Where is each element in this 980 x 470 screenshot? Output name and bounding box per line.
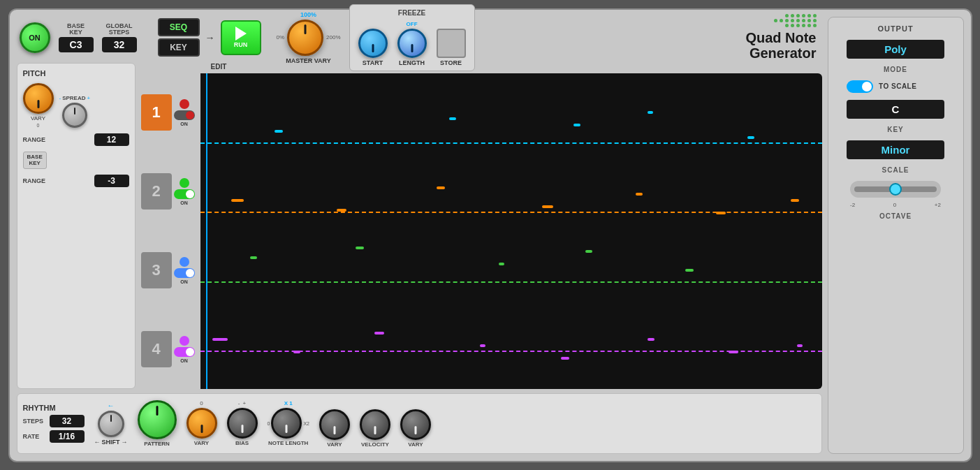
output-title: OUTPUT [877,24,913,33]
global-steps-display[interactable]: 32 [102,37,137,52]
note [648,338,654,341]
seq-content: 1 ON 2 [141,73,822,389]
note [374,332,384,335]
note [231,199,244,202]
freeze-box: FREEZE START OFF LENGTH STORE [349,4,475,71]
seq-arrow: → [205,32,215,43]
velocity-label: VELOCITY [361,441,389,448]
mode-label: MODE [884,66,907,73]
note [449,117,456,120]
ch2-toggle[interactable] [174,189,195,199]
spread-label-row: - SPREAD + [59,95,91,101]
octave-label: OCTAVE [879,212,912,220]
length-knob[interactable] [397,29,427,58]
channel-3-row: 3 ON [141,231,200,310]
spread-knob[interactable] [62,103,87,128]
channel-1-row: 1 ON [141,73,200,152]
bias-label: BIAS [235,440,249,446]
store-group: STORE [437,29,466,66]
velocity-knob[interactable] [360,409,390,440]
ch3-toggle-col: ON [174,257,195,284]
key-button[interactable]: KEY [158,38,200,57]
base-key-display[interactable]: C3 [59,37,94,52]
note [499,263,504,265]
channel-4-btn[interactable]: 4 [141,331,172,367]
brand-area: Quad NoteGenerator [745,14,819,61]
on-button[interactable]: ON [20,22,50,53]
ch3-toggle[interactable] [174,268,195,278]
freeze-label: FREEZE [398,9,425,17]
freeze-knobs: START OFF LENGTH STORE [358,21,466,66]
master-vary-group: 100% 0% 200% MASTER VARY [277,11,341,64]
global-steps-label: GLOBALSTEPS [106,23,133,36]
key-display[interactable]: C [847,100,944,119]
note [636,193,643,196]
note [797,344,803,347]
main-container: ON BASEKEY C3 GLOBALSTEPS 32 SEQ KEY → R… [8,8,972,462]
channel-2-row: 2 ON [141,152,200,231]
key-label: KEY [887,126,904,133]
steps-display[interactable]: 32 [50,415,85,427]
rate-row: RATE 1/16 [23,430,85,443]
pitch-top: VARY 0 - SPREAD + [23,83,129,128]
piano-roll [200,73,822,389]
shift-knob[interactable] [98,411,124,437]
run-button[interactable]: RUN [221,20,261,55]
range2-label: RANGE [23,177,46,184]
to-scale-toggle[interactable] [847,80,873,93]
spread-plus: + [87,95,91,101]
octave-track [854,186,937,192]
note [293,351,300,353]
vary3-knob-group: VARY [400,399,431,448]
note-length-knob[interactable] [271,408,302,439]
master-vary-knob[interactable] [287,20,323,56]
shift-left-label: ← [94,439,101,446]
note-length-group: X 1 0 X2 NOTE LENGTH [268,400,309,446]
edit-label: EDIT [141,63,822,71]
note [437,186,445,189]
ch1-dot [180,99,189,109]
vary-zero: 0 [37,123,40,128]
pattern-knob[interactable] [138,400,177,439]
spread-minus: - [59,95,61,101]
ch2-toggle-col: ON [174,178,195,205]
note [337,209,346,212]
note [561,357,569,360]
poly-button[interactable]: Poly [847,40,944,59]
ch1-toggle[interactable] [174,110,195,120]
octave-thumb[interactable] [889,183,902,196]
start-knob[interactable] [358,29,388,58]
rhythm-panel: RHYTHM STEPS 32 RATE 1/16 ← [17,393,822,454]
pitch-vary-knob[interactable] [23,83,54,114]
note [729,351,738,353]
octave-slider-container [850,181,941,198]
ch2-dot [180,178,189,188]
channel-2-btn[interactable]: 2 [141,173,172,210]
ch2-on-label: ON [180,200,188,205]
pattern-label: PATTERN [144,441,170,447]
range2-row: RANGE -3 [23,175,129,187]
seq-button[interactable]: SEQ [158,18,200,36]
base-key-group: BASEKEY C3 [59,23,94,52]
shift-group: ← ← SHIFT → [94,402,128,446]
rate-display[interactable]: 1/16 [50,430,85,443]
range2-display[interactable]: -3 [94,175,129,187]
note-length-min: 0 [268,421,270,426]
base-key-btn[interactable]: BASEKEY [23,152,47,169]
ch3-dashed-line [200,281,822,283]
minor-button[interactable]: Minor [847,140,944,159]
vary3-knob[interactable] [400,409,431,440]
vary3-label: VARY [408,441,423,448]
vary2-knob[interactable] [319,409,350,440]
velocity-knob-group: VELOCITY [360,399,390,448]
store-button[interactable] [437,29,466,58]
range1-display[interactable]: 12 [94,133,129,146]
channel-3-btn[interactable]: 3 [141,252,172,288]
bias-knob[interactable] [227,408,258,439]
note-length-x2: X2 [303,421,309,426]
vary1-knob[interactable] [187,408,217,439]
channel-1-btn[interactable]: 1 [141,94,172,131]
rhythm-title: RHYTHM [23,404,85,412]
ch4-toggle[interactable] [174,347,195,357]
range1-label: RANGE [23,136,46,143]
